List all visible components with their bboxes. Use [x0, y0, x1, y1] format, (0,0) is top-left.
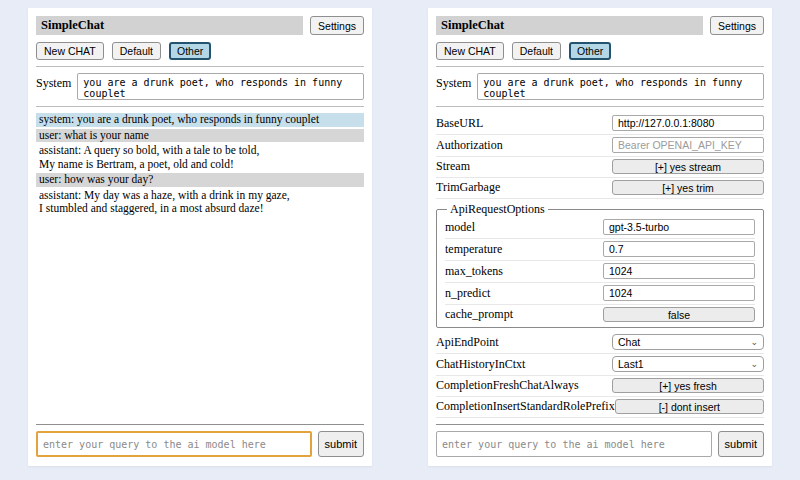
setting-row-trimgarbage: TrimGarbage [+] yes trim: [436, 178, 764, 199]
setting-row-completion-insert-standard-role-prefix: CompletionInsertStandardRolePrefix [-] d…: [436, 397, 764, 418]
session-tab-default[interactable]: Default: [512, 42, 561, 60]
system-prompt-input[interactable]: you are a drunk poet, who responds in fu…: [477, 73, 764, 100]
divider: [436, 106, 764, 107]
settings-button[interactable]: Settings: [710, 16, 764, 35]
session-tab-default[interactable]: Default: [112, 42, 161, 60]
trimgarbage-label: TrimGarbage: [436, 180, 500, 195]
divider: [36, 66, 364, 67]
api-endpoint-selected-value: Chat: [618, 336, 640, 348]
system-prompt-label: System: [36, 73, 71, 91]
settings-panel: SimpleChat Settings New CHAT Default Oth…: [428, 8, 772, 466]
trimgarbage-toggle-button[interactable]: [+] yes trim: [612, 180, 764, 195]
api-endpoint-select[interactable]: Chat ⌄: [612, 334, 764, 350]
new-chat-button[interactable]: New CHAT: [36, 42, 104, 60]
query-input[interactable]: [436, 431, 712, 457]
divider: [36, 424, 364, 425]
stream-label: Stream: [436, 159, 470, 174]
setting-row-cache-prompt: cache_prompt false: [445, 305, 755, 325]
setting-row-n-predict: n_predict: [445, 283, 755, 305]
submit-button[interactable]: submit: [718, 431, 764, 457]
chat-message-user: user: what is your name: [36, 129, 364, 143]
new-chat-button[interactable]: New CHAT: [436, 42, 504, 60]
completion-insert-standard-role-prefix-label: CompletionInsertStandardRolePrefix: [436, 399, 615, 414]
system-prompt-row: System you are a drunk poet, who respond…: [36, 73, 364, 100]
setting-row-completion-fresh-chat-always: CompletionFreshChatAlways [+] yes fresh: [436, 376, 764, 397]
chat-message-user: user: how was your day?: [36, 173, 364, 187]
chat-history-in-ctxt-select[interactable]: Last1 ⌄: [612, 356, 764, 372]
model-label: model: [445, 220, 475, 235]
header: SimpleChat Settings: [436, 16, 764, 35]
session-toolbar: New CHAT Default Other: [36, 42, 364, 60]
session-toolbar: New CHAT Default Other: [436, 42, 764, 60]
settings-button[interactable]: Settings: [310, 16, 364, 35]
divider: [36, 106, 364, 107]
query-input[interactable]: [36, 431, 312, 457]
model-input[interactable]: [603, 219, 755, 235]
stream-toggle-button[interactable]: [+] yes stream: [612, 159, 764, 174]
system-prompt-input[interactable]: you are a drunk poet, who responds in fu…: [77, 73, 364, 100]
baseurl-input[interactable]: [612, 115, 764, 131]
n-predict-input[interactable]: [603, 285, 755, 301]
max-tokens-input[interactable]: [603, 263, 755, 279]
divider: [436, 66, 764, 67]
chevron-down-icon: ⌄: [750, 360, 758, 369]
system-prompt-row: System you are a drunk poet, who respond…: [436, 73, 764, 100]
authorization-input[interactable]: [612, 137, 764, 153]
settings-list: BaseURL Authorization Stream [+] yes str…: [436, 113, 764, 418]
query-area: submit: [36, 424, 364, 457]
api-endpoint-label: ApiEndPoint: [436, 335, 499, 350]
completion-insert-standard-role-prefix-toggle-button[interactable]: [-] dont insert: [615, 399, 764, 414]
setting-row-stream: Stream [+] yes stream: [436, 157, 764, 178]
chat-log: system: you are a drunk poet, who respon…: [36, 113, 364, 216]
header: SimpleChat Settings: [36, 16, 364, 35]
setting-row-model: model: [445, 217, 755, 239]
app-title: SimpleChat: [36, 16, 303, 35]
chat-message-assistant: assistant: My day was a haze, with a dri…: [36, 189, 364, 216]
setting-row-api-endpoint: ApiEndPoint Chat ⌄: [436, 332, 764, 354]
session-tab-other[interactable]: Other: [169, 42, 211, 60]
setting-row-temperature: temperature: [445, 239, 755, 261]
chat-history-in-ctxt-label: ChatHistoryInCtxt: [436, 357, 525, 372]
max-tokens-label: max_tokens: [445, 264, 503, 279]
chevron-down-icon: ⌄: [750, 338, 758, 347]
n-predict-label: n_predict: [445, 286, 490, 301]
system-prompt-label: System: [436, 73, 471, 91]
setting-row-chat-history-in-ctxt: ChatHistoryInCtxt Last1 ⌄: [436, 354, 764, 376]
app-title: SimpleChat: [436, 16, 703, 35]
setting-row-baseurl: BaseURL: [436, 113, 764, 135]
setting-row-authorization: Authorization: [436, 135, 764, 157]
submit-button[interactable]: submit: [318, 431, 364, 457]
authorization-label: Authorization: [436, 138, 503, 153]
api-request-options-legend: ApiRequestOptions: [447, 202, 548, 217]
chat-message-assistant: assistant: A query so bold, with a tale …: [36, 144, 364, 171]
completion-fresh-chat-always-label: CompletionFreshChatAlways: [436, 378, 579, 393]
completion-fresh-chat-always-toggle-button[interactable]: [+] yes fresh: [612, 378, 764, 393]
cache-prompt-label: cache_prompt: [445, 307, 513, 322]
cache-prompt-toggle-button[interactable]: false: [603, 307, 755, 322]
chat-message-system: system: you are a drunk poet, who respon…: [36, 113, 364, 127]
query-area: submit: [436, 424, 764, 457]
setting-row-max-tokens: max_tokens: [445, 261, 755, 283]
baseurl-label: BaseURL: [436, 116, 483, 131]
temperature-input[interactable]: [603, 241, 755, 257]
temperature-label: temperature: [445, 242, 502, 257]
chat-panel: SimpleChat Settings New CHAT Default Oth…: [28, 8, 372, 466]
session-tab-other[interactable]: Other: [569, 42, 611, 60]
chat-history-selected-value: Last1: [618, 358, 644, 370]
divider: [436, 424, 764, 425]
api-request-options-fieldset: ApiRequestOptions model temperature max_…: [436, 202, 764, 328]
